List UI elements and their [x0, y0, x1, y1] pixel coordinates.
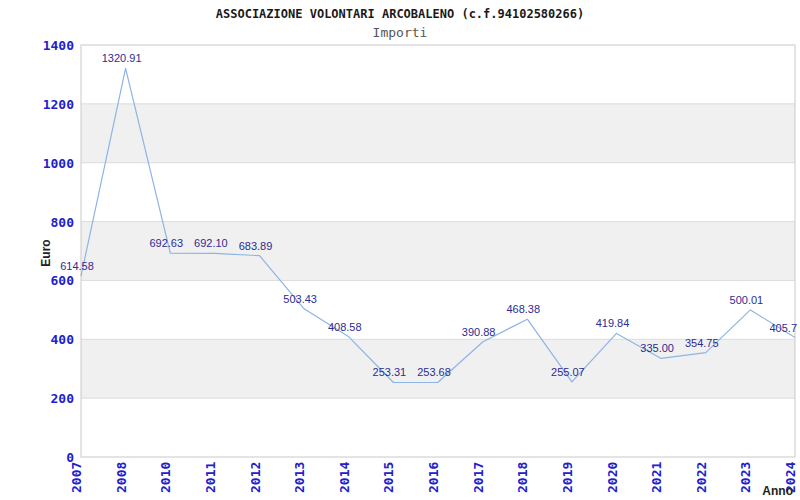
- y-tick-label: 600: [51, 273, 75, 288]
- x-tick-label: 2010: [158, 462, 173, 493]
- data-point-label: 405.7: [769, 322, 797, 334]
- y-tick-label: 400: [51, 332, 75, 347]
- x-tick-label: 2016: [426, 462, 441, 493]
- data-point-label: 692.63: [149, 237, 183, 249]
- x-tick-label: 2018: [515, 462, 530, 493]
- data-point-label: 500.01: [730, 294, 764, 306]
- data-point-label: 335.00: [640, 342, 674, 354]
- x-tick-label: 2020: [605, 462, 620, 493]
- x-tick-label: 2021: [649, 462, 664, 493]
- x-axis-title: Anno: [762, 484, 793, 498]
- y-tick-label: 1200: [43, 97, 74, 112]
- y-tick-label: 1000: [43, 156, 74, 171]
- data-point-label: 253.31: [373, 366, 407, 378]
- data-point-label: 683.89: [239, 240, 273, 252]
- x-tick-label: 2013: [292, 462, 307, 493]
- data-point-label: 390.88: [462, 326, 496, 338]
- data-point-label: 468.38: [506, 303, 540, 315]
- data-point-label: 503.43: [283, 293, 317, 305]
- data-point-label: 255.07: [551, 366, 585, 378]
- y-tick-label: 1400: [43, 38, 74, 53]
- y-axis-title: Euro: [39, 239, 53, 266]
- plot-band: [81, 222, 795, 281]
- chart-layers: 614.581320.91692.63692.10683.89503.43408…: [43, 38, 798, 493]
- data-point-label: 419.84: [596, 317, 630, 329]
- importi-line-chart: 614.581320.91692.63692.10683.89503.43408…: [0, 0, 800, 500]
- plot-band: [81, 104, 795, 163]
- x-tick-label: 2012: [248, 462, 263, 493]
- x-tick-label: 2017: [471, 462, 486, 493]
- x-tick-label: 2008: [114, 462, 129, 493]
- data-point-label: 1320.91: [102, 52, 142, 64]
- data-point-label: 354.75: [685, 337, 719, 349]
- y-tick-label: 200: [51, 391, 75, 406]
- x-tick-label: 2007: [69, 462, 84, 493]
- data-point-label: 692.10: [194, 237, 228, 249]
- x-tick-label: 2011: [203, 462, 218, 493]
- x-tick-label: 2015: [381, 462, 396, 493]
- data-point-label: 408.58: [328, 321, 362, 333]
- data-point-label: 614.58: [60, 260, 94, 272]
- x-tick-label: 2023: [738, 462, 753, 493]
- x-tick-label: 2022: [694, 462, 709, 493]
- x-tick-label: 2014: [337, 462, 352, 493]
- chart-canvas: ASSOCIAZIONE VOLONTARI ARCOBALENO (c.f.9…: [0, 0, 800, 500]
- x-tick-label: 2019: [560, 462, 575, 493]
- data-point-label: 253.68: [417, 366, 451, 378]
- y-tick-label: 800: [51, 215, 75, 230]
